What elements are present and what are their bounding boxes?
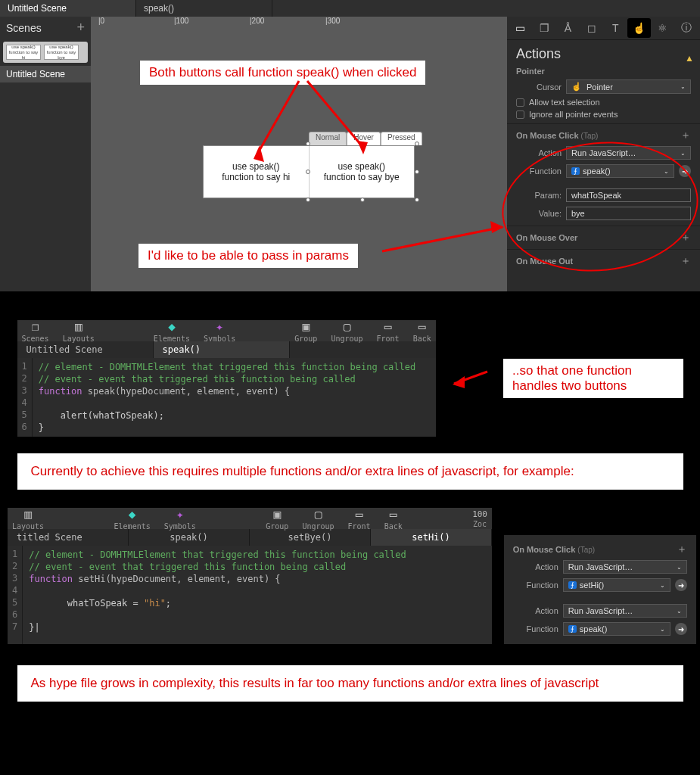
- function-label-2b: Function: [513, 624, 558, 633]
- scene-thumb[interactable]: use speak() function to say bye: [44, 45, 79, 60]
- layers-icon: ❐: [32, 319, 39, 334]
- warn-icon: ▲: [685, 53, 694, 64]
- allow-text-selection-checkbox[interactable]: Allow text selection: [507, 96, 700, 108]
- pointer-icon[interactable]: ☝: [627, 18, 651, 38]
- add-action-2[interactable]: ＋: [677, 543, 687, 556]
- add-scene-button[interactable]: +: [76, 20, 85, 36]
- action-label: Action: [516, 148, 562, 157]
- add-over-action[interactable]: ＋: [680, 231, 691, 244]
- section-on-mouse-click: On Mouse Click (Tap)＋: [507, 123, 700, 144]
- ignore-pointer-events-checkbox[interactable]: Ignore all pointer events: [507, 108, 700, 120]
- action-select-2b[interactable]: Run JavaScript…⌄: [563, 604, 687, 618]
- param-input[interactable]: [566, 188, 691, 202]
- ruler-horizontal: |0|100|200|300: [98, 17, 507, 29]
- inspector-tabs: ▭ ❐ Å ◻ T ☝ ⚛ ⓘ: [507, 17, 700, 40]
- code-tabs-2: titled Scene speak() setBye() setHi(): [8, 529, 492, 546]
- annotation-band-1: Currently to achieve this requires multi…: [17, 453, 683, 490]
- value-label: Value:: [516, 209, 562, 218]
- tb-elements[interactable]: ◆Elements: [154, 319, 190, 343]
- state-pressed[interactable]: Pressed: [381, 132, 422, 145]
- tb-front[interactable]: ▭Front: [377, 319, 400, 343]
- stage-button-hi[interactable]: use speak()function to say hi: [204, 146, 309, 198]
- code-tab-scene[interactable]: titled Scene: [8, 529, 129, 546]
- text-icon[interactable]: T: [604, 18, 627, 38]
- doc-icon[interactable]: ▭: [509, 18, 532, 38]
- code-body-2[interactable]: 1234567 // element - DOMHTMLElement that…: [8, 546, 492, 644]
- go-to-function-button[interactable]: ➜: [679, 165, 691, 177]
- shape-icon[interactable]: ◻: [580, 18, 603, 38]
- document-tabs: Untitled Scene speak(): [0, 0, 700, 17]
- code-text[interactable]: // element - DOMHTMLElement that trigger…: [33, 358, 422, 437]
- tb-layouts[interactable]: ▥Layouts: [63, 319, 95, 343]
- tb-layouts[interactable]: ▥Layouts: [12, 507, 44, 531]
- tb-scenes[interactable]: ❐Scenes: [22, 319, 49, 343]
- tb-zoom[interactable]: 100Zoc: [472, 509, 487, 528]
- back-icon: ▭: [390, 507, 397, 521]
- tb-back[interactable]: ▭Back: [413, 319, 431, 343]
- scenes-title: Scenes: [6, 22, 42, 34]
- stage-button-bye[interactable]: use speak()function to say bye: [309, 146, 415, 198]
- function-select-2b[interactable]: ⨍speak()⌄: [563, 622, 670, 636]
- annotation-right: ..so that one function handles two butto…: [503, 359, 683, 398]
- tb-ungroup[interactable]: ▢Ungroup: [302, 507, 334, 531]
- function-select-2a[interactable]: ⨍setHi()⌄: [563, 578, 670, 592]
- layers-icon[interactable]: ❐: [532, 18, 555, 38]
- code-body[interactable]: 123456 // element - DOMHTMLElement that …: [17, 358, 436, 437]
- tab-speak-func[interactable]: speak(): [136, 0, 272, 17]
- code-tab-speak[interactable]: speak(): [154, 341, 290, 358]
- section-on-mouse-out: On Mouse Out＋: [507, 249, 700, 269]
- ungroup-icon: ▢: [344, 319, 351, 334]
- function-icon: ⨍: [571, 167, 580, 175]
- function-label-2a: Function: [513, 580, 558, 590]
- symbols-icon: ✦: [176, 507, 184, 521]
- metrics-icon[interactable]: Å: [556, 18, 580, 38]
- physics-icon[interactable]: ⚛: [651, 18, 674, 38]
- function-select[interactable]: ⨍speak()⌄: [566, 164, 674, 178]
- front-icon: ▭: [356, 507, 363, 521]
- code-tab-scene[interactable]: Untitled Scene: [17, 341, 154, 358]
- code-tab-setbye[interactable]: setBye(): [250, 529, 371, 546]
- tb-ungroup[interactable]: ▢Ungroup: [331, 319, 362, 343]
- gutter: 1234567: [8, 546, 23, 644]
- tb-elements[interactable]: ◆Elements: [114, 507, 151, 531]
- inspector: ▭ ❐ Å ◻ T ☝ ⚛ ⓘ ▲ Actions Pointer Cursor…: [507, 17, 700, 291]
- code-toolbar-2: ▥Layouts ◆Elements ✦Symbols ▣Group ▢Ungr…: [8, 508, 492, 529]
- action-select-2a[interactable]: Run JavaScript…⌄: [563, 560, 687, 574]
- scene-thumb[interactable]: use speak() function to say hi: [6, 45, 41, 60]
- tb-back[interactable]: ▭Back: [384, 507, 403, 531]
- go-to-function-2a[interactable]: ➜: [675, 579, 687, 591]
- state-normal[interactable]: Normal: [309, 132, 347, 145]
- code-text-2[interactable]: // element - DOMHTMLElement that trigger…: [23, 546, 412, 644]
- info-icon[interactable]: ⓘ: [675, 18, 698, 38]
- tb-group[interactable]: ▣Group: [266, 507, 288, 531]
- button-state-tabs: Normal Hover Pressed: [309, 132, 422, 145]
- action-label-2b: Action: [513, 606, 558, 615]
- hype-editor-top: Untitled Scene speak() Scenes + use spea…: [0, 0, 700, 291]
- tab-untitled-scene[interactable]: Untitled Scene: [0, 0, 136, 17]
- svg-marker-7: [453, 376, 465, 388]
- function-icon: ⨍: [568, 581, 577, 589]
- code-toolbar: ❐Scenes ▥Layouts ◆Elements ✦Symbols ▣Gro…: [17, 320, 436, 341]
- section-on-mouse-click-2: On Mouse Click (Tap)＋: [504, 538, 696, 558]
- cursor-select[interactable]: ☝Pointer⌄: [566, 79, 691, 94]
- code-window-speak: ❐Scenes ▥Layouts ◆Elements ✦Symbols ▣Gro…: [17, 320, 436, 437]
- scene-list-item[interactable]: Untitled Scene: [0, 66, 91, 82]
- annotation-mid: I'd like to be able to pass in params: [138, 244, 358, 268]
- group-icon: ▣: [303, 319, 310, 334]
- tb-group[interactable]: ▣Group: [294, 319, 317, 343]
- state-hover[interactable]: Hover: [347, 132, 381, 145]
- group-icon: ▣: [274, 507, 282, 521]
- add-out-action[interactable]: ＋: [680, 254, 691, 268]
- tb-front[interactable]: ▭Front: [348, 507, 371, 531]
- go-to-function-2b[interactable]: ➜: [675, 623, 687, 635]
- code-tab-speak[interactable]: speak(): [129, 529, 250, 546]
- add-action-button[interactable]: ＋: [680, 129, 691, 142]
- symbols-icon: ✦: [216, 319, 223, 334]
- action-select[interactable]: Run JavaScript…⌄: [566, 146, 691, 160]
- value-input[interactable]: [566, 207, 691, 220]
- annotation-band-2: As hype file grows in complexity, this r…: [17, 665, 683, 702]
- tb-symbols[interactable]: ✦Symbols: [164, 507, 196, 531]
- code-tab-sethi[interactable]: setHi(): [371, 529, 492, 546]
- tb-symbols[interactable]: ✦Symbols: [204, 319, 235, 343]
- cursor-label: Cursor: [516, 82, 562, 92]
